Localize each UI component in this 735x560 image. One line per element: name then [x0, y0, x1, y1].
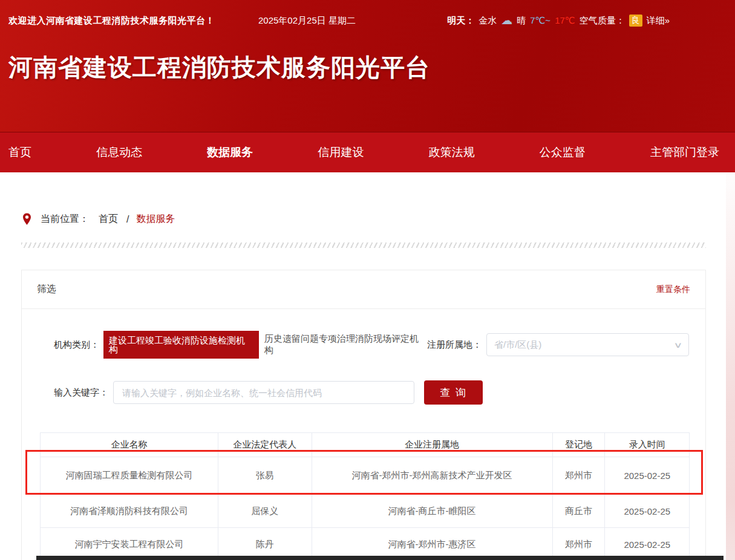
location-pin-icon — [22, 212, 32, 226]
breadcrumb-home-link[interactable]: 首页 — [99, 213, 118, 226]
reset-filters-link[interactable]: 重置条件 — [656, 284, 690, 295]
region-label: 注册所属地： — [427, 339, 482, 351]
temp-low: 7℃~ — [530, 15, 550, 26]
header-registration-place: 登记地 — [552, 433, 605, 457]
main-content: 当前位置： 首页 / 数据服务 筛选 重置条件 机构类别： 建设工程竣工验收消防… — [0, 212, 735, 560]
filter-panel-body: 机构类别： 建设工程竣工验收消防设施检测机构 历史遗留问题专项治理消防现场评定机… — [22, 309, 705, 560]
aqi-badge: 良 — [629, 15, 642, 27]
filter-row-category: 机构类别： 建设工程竣工验收消防设施检测机构 历史遗留问题专项治理消防现场评定机… — [22, 331, 705, 359]
nav-item-data-service[interactable]: 数据服务 — [207, 145, 253, 160]
category-label: 机构类别： — [54, 339, 99, 351]
filter-row-keyword: 输入关键字： 查 询 — [22, 380, 705, 405]
right-edge-gradient — [726, 173, 735, 560]
filter-title: 筛选 — [37, 283, 56, 296]
temp-high: 17℃ — [555, 15, 575, 26]
cell-legal-rep: 屈保义 — [218, 495, 312, 528]
region-select-placeholder: 省/市/区(县) — [494, 339, 675, 351]
header-company-name: 企业名称 — [41, 433, 218, 457]
weather-widget: 明天： 金水 ☁ 晴 7℃~ 17℃ 空气质量： 良 详细» — [447, 15, 670, 27]
results-table: 企业名称 企业法定代表人 企业注册属地 登记地 录入时间 河南固瑞工程质量检测有… — [40, 432, 690, 560]
cell-registration-place: 商丘市 — [552, 495, 605, 528]
cell-company-name: 河南宇宁安装工程有限公司 — [41, 528, 218, 560]
header-legal-rep: 企业法定代表人 — [218, 433, 312, 457]
weather-condition: 晴 — [517, 15, 526, 27]
cell-entry-time: 2025-02-25 — [605, 457, 690, 495]
keyword-input[interactable] — [113, 381, 414, 404]
date-text: 2025年02月25日 星期二 — [258, 15, 356, 27]
nav-item-policy[interactable]: 政策法规 — [429, 145, 475, 160]
cell-legal-rep: 陈丹 — [218, 528, 312, 560]
keyword-label: 输入关键字： — [54, 387, 108, 399]
breadcrumb: 当前位置： 首页 / 数据服务 — [22, 212, 735, 226]
cell-registration-place: 郑州市 — [552, 457, 605, 495]
weather-district: 金水 — [479, 15, 497, 27]
footer-edge-bar — [36, 556, 724, 560]
nav-item-news[interactable]: 信息动态 — [96, 145, 142, 160]
chevron-down-icon: ∨ — [674, 340, 683, 350]
aqi-label: 空气质量： — [580, 15, 625, 27]
slash-divider — [21, 243, 706, 248]
breadcrumb-current: 数据服务 — [136, 213, 175, 226]
nav-item-home[interactable]: 首页 — [8, 145, 31, 160]
main-nav: 首页 信息动态 数据服务 信用建设 政策法规 公众监督 主管部门登录 — [0, 132, 735, 172]
welcome-text: 欢迎进入河南省建设工程消防技术服务阳光平台！ — [8, 15, 215, 27]
table-header-row: 企业名称 企业法定代表人 企业注册属地 登记地 录入时间 — [41, 433, 690, 457]
weather-detail-link[interactable]: 详细» — [647, 15, 670, 27]
search-button[interactable]: 查 询 — [424, 380, 483, 405]
breadcrumb-label: 当前位置： — [41, 213, 89, 226]
cell-registered-region: 河南省-郑州市-惠济区 — [312, 528, 552, 560]
cell-company-name: 河南固瑞工程质量检测有限公司 — [41, 457, 218, 495]
category-option-unselected[interactable]: 历史遗留问题专项治理消防现场评定机构 — [264, 333, 427, 356]
table-row[interactable]: 河南宇宁安装工程有限公司 陈丹 河南省-郑州市-惠济区 郑州市 2025-02-… — [41, 528, 690, 560]
filter-panel: 筛选 重置条件 机构类别： 建设工程竣工验收消防设施检测机构 历史遗留问题专项治… — [21, 270, 706, 560]
region-group: 注册所属地： 省/市/区(县) ∨ — [427, 333, 689, 356]
header-entry-time: 录入时间 — [605, 433, 690, 457]
cell-registered-region: 河南省-郑州市-郑州高新技术产业开发区 — [312, 457, 552, 495]
cell-company-name: 河南省泽顺消防科技有限公司 — [41, 495, 218, 528]
filter-panel-header: 筛选 重置条件 — [22, 270, 705, 309]
category-option-selected[interactable]: 建设工程竣工验收消防设施检测机构 — [103, 331, 259, 359]
cloud-icon: ☁ — [501, 15, 512, 26]
nav-item-supervision[interactable]: 公众监督 — [540, 145, 586, 160]
table-row[interactable]: 河南省泽顺消防科技有限公司 屈保义 河南省-商丘市-睢阳区 商丘市 2025-0… — [41, 495, 690, 528]
top-bar: 欢迎进入河南省建设工程消防技术服务阳光平台！ 2025年02月25日 星期二 明… — [0, 15, 735, 27]
page: 欢迎进入河南省建设工程消防技术服务阳光平台！ 2025年02月25日 星期二 明… — [0, 0, 735, 560]
cell-entry-time: 2025-02-25 — [605, 495, 690, 528]
header-registered-region: 企业注册属地 — [312, 433, 552, 457]
region-select[interactable]: 省/市/区(县) ∨ — [486, 333, 689, 356]
nav-item-credit[interactable]: 信用建设 — [318, 145, 364, 160]
cell-registration-place: 郑州市 — [552, 528, 605, 560]
site-banner: 欢迎进入河南省建设工程消防技术服务阳光平台！ 2025年02月25日 星期二 明… — [0, 0, 735, 132]
breadcrumb-separator: / — [126, 214, 129, 225]
cell-registered-region: 河南省-商丘市-睢阳区 — [312, 495, 552, 528]
weather-tomorrow-label: 明天： — [447, 15, 474, 27]
cell-entry-time: 2025-02-25 — [605, 528, 690, 560]
nav-item-admin-login[interactable]: 主管部门登录 — [650, 145, 719, 160]
table-row[interactable]: 河南固瑞工程质量检测有限公司 张易 河南省-郑州市-郑州高新技术产业开发区 郑州… — [41, 457, 690, 495]
page-title: 河南省建设工程消防技术服务阳光平台 — [8, 51, 735, 84]
cell-legal-rep: 张易 — [218, 457, 312, 495]
